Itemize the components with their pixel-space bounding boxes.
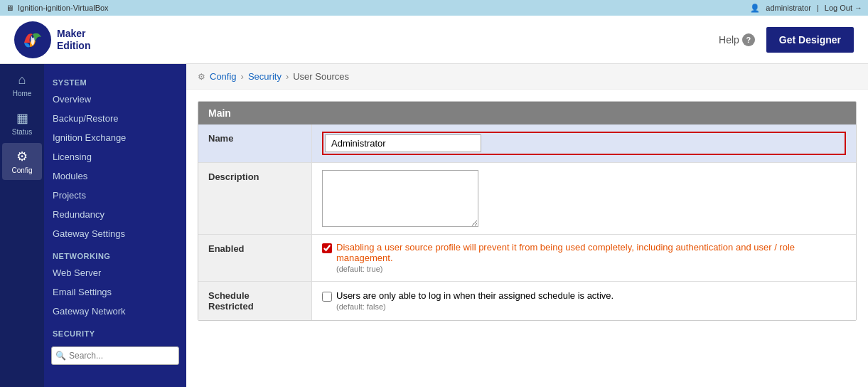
content-area: ⚙ Config › Security › User Sources Main … [186,64,868,387]
form-row-name: Name [198,124,856,163]
schedule-value: Users are only able to log in when their… [312,282,856,320]
form-section-header: Main [198,102,856,124]
get-designer-button[interactable]: Get Designer [766,27,854,53]
menu-item-redundancy[interactable]: Redundancy [44,205,186,224]
top-bar: 🖥 Ignition-ignition-VirtualBox 👤 adminis… [0,0,868,16]
breadcrumb-current: User Sources [293,71,349,82]
search-box: 🔍 [51,346,179,365]
form-section: Main Name Description [198,101,857,321]
enabled-label: Enabled [198,235,312,281]
menu-item-web-server[interactable]: Web Server [44,263,186,282]
breadcrumb-sep2: › [286,71,289,82]
top-bar-left: 🖥 Ignition-ignition-VirtualBox [6,4,109,12]
user-icon: 👤 [750,4,760,13]
sidebar-menu: SYSTEM Overview Backup/Restore Ignition … [44,64,186,387]
help-label: Help [719,34,739,46]
name-value [312,124,856,162]
schedule-checkbox[interactable] [322,292,332,302]
status-icon: ▦ [16,110,28,126]
separator: | [817,4,819,12]
username-label: administrator [766,4,811,12]
schedule-content: Users are only able to log in when their… [322,290,846,312]
breadcrumb-sep1: › [241,71,244,82]
menu-item-email-settings[interactable]: Email Settings [44,282,186,302]
logo-area: Maker Edition [14,21,90,58]
ignition-logo [14,21,51,58]
status-label: Status [12,128,32,136]
security-section-title: SECURITY [44,321,186,341]
breadcrumb-config[interactable]: Config [210,71,237,82]
schedule-text-main: Users are only able to log in when their… [336,290,614,301]
enabled-default-text: (default: true) [336,265,382,273]
logout-button[interactable]: Log Out → [825,4,862,12]
breadcrumb-gear-icon: ⚙ [198,72,205,82]
config-icon: ⚙ [16,149,28,164]
system-section-title: SYSTEM [44,70,186,90]
menu-item-backup-restore[interactable]: Backup/Restore [44,109,186,128]
breadcrumb: ⚙ Config › Security › User Sources [186,64,868,90]
home-icon: ⌂ [18,73,26,88]
main-layout: ⌂ Home ▦ Status ⚙ Config SYSTEM Overview… [0,64,868,387]
description-label: Description [198,163,312,234]
content-body: Main Name Description [186,90,868,332]
header-right: Help ? Get Designer [719,27,854,53]
sidebar-item-status[interactable]: ▦ Status [2,105,42,142]
menu-item-overview[interactable]: Overview [44,90,186,109]
menu-item-gateway-network[interactable]: Gateway Network [44,302,186,321]
menu-item-gateway-settings[interactable]: Gateway Settings [44,224,186,243]
search-input[interactable] [51,346,179,365]
menu-item-projects[interactable]: Projects [44,186,186,205]
menu-item-licensing[interactable]: Licensing [44,147,186,166]
schedule-text-block: Users are only able to log in when their… [336,290,614,312]
help-icon: ? [742,33,755,46]
home-label: Home [13,90,32,97]
name-input[interactable] [325,134,481,152]
logo-text: Maker Edition [57,28,90,52]
sidebar-item-home[interactable]: ⌂ Home [2,67,42,103]
monitor-icon: 🖥 [6,4,14,12]
top-bar-right: 👤 administrator | Log Out → [750,4,862,13]
schedule-label: ScheduleRestricted [198,282,312,320]
enabled-content: Disabling a user source profile will pre… [322,242,846,274]
form-row-schedule: ScheduleRestricted Users are only able t… [198,282,856,320]
form-row-description: Description [198,163,856,235]
name-input-highlight [322,132,846,155]
enabled-value: Disabling a user source profile will pre… [312,235,856,281]
sidebar-item-config[interactable]: ⚙ Config [2,143,42,180]
menu-item-modules[interactable]: Modules [44,166,186,186]
window-title: Ignition-ignition-VirtualBox [18,4,109,12]
schedule-default-text: (default: false) [336,302,386,311]
header: Maker Edition Help ? Get Designer [0,16,868,64]
search-icon: 🔍 [55,351,66,361]
sidebar-icon-column: ⌂ Home ▦ Status ⚙ Config [0,64,44,387]
breadcrumb-security[interactable]: Security [248,71,282,82]
help-button[interactable]: Help ? [719,33,755,46]
enabled-text-block: Disabling a user source profile will pre… [336,242,846,274]
description-textarea[interactable] [322,170,478,227]
enabled-text-main: Disabling a user source profile will pre… [336,242,795,263]
description-value [312,163,856,234]
name-label: Name [198,124,312,162]
sidebar: ⌂ Home ▦ Status ⚙ Config SYSTEM Overview… [0,64,186,387]
config-label: Config [12,166,33,174]
menu-item-ignition-exchange[interactable]: Ignition Exchange [44,128,186,147]
form-row-enabled: Enabled Disabling a user source profile … [198,235,856,282]
networking-section-title: NETWORKING [44,243,186,263]
enabled-checkbox[interactable] [322,243,332,253]
